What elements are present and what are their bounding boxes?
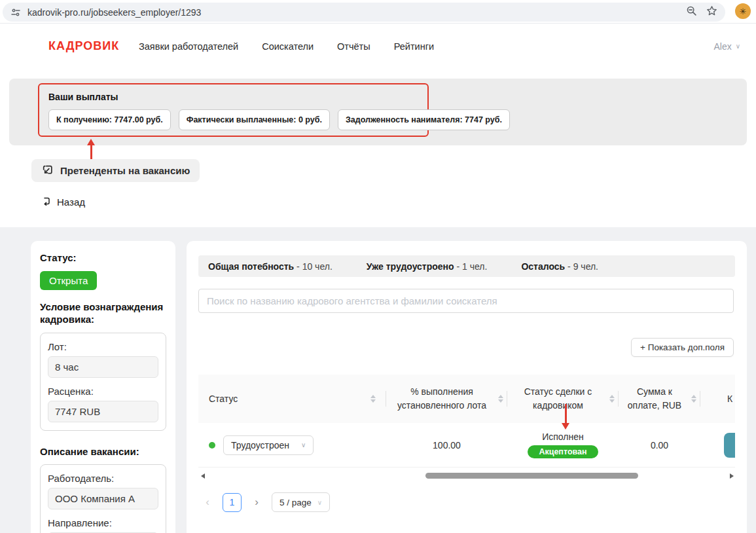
search-input[interactable] <box>198 289 734 313</box>
show-extra-fields-button[interactable]: + Показать доп.поля <box>631 338 734 357</box>
payments-highlight-box: Ваши выплаты К получению: 7747.00 руб. Ф… <box>38 83 429 137</box>
scroll-right-icon[interactable] <box>730 473 734 479</box>
status-select-value: Трудоустроен <box>231 440 289 450</box>
cell-amount: 0.00 <box>619 423 700 467</box>
nav-item-jobseekers[interactable]: Соискатели <box>262 41 314 52</box>
stat-total-need-label: Общая потебность <box>208 261 294 272</box>
column-header-lot-percent[interactable]: % выполнения установленного лота <box>386 375 507 423</box>
rate-input[interactable]: 7747 RUB <box>48 401 158 422</box>
page-size-value: 5 / page <box>279 498 312 507</box>
zoom-out-icon[interactable] <box>686 5 697 19</box>
applicants-table: Статус % выполнения установленного лота … <box>198 375 735 468</box>
status-badge: Открыта <box>40 271 97 290</box>
reward-heading: Условие вознаграждения кадровика: <box>40 301 166 326</box>
stats-bar: Общая потебность - 10 чел. Уже трудоустр… <box>198 255 735 277</box>
stat-remaining: Осталось - 9 чел. <box>521 261 598 272</box>
browser-profile-avatar[interactable]: ✳ <box>735 3 751 19</box>
deal-status-text: Исполнен <box>542 432 584 442</box>
vacancy-heading: Описание вакансии: <box>40 445 166 458</box>
stat-remaining-value: - 9 чел. <box>565 261 598 272</box>
app-screen: kadrovik-pro.ru/jobseekers_employer/1293… <box>0 0 756 533</box>
column-header-amount[interactable]: Сумма к оплате, RUB <box>619 375 700 423</box>
stat-already-employed-value: - 1 чел. <box>454 261 488 272</box>
clipped-action-button[interactable] <box>724 433 735 458</box>
sort-icon[interactable] <box>370 395 376 403</box>
scroll-left-icon[interactable] <box>201 473 205 479</box>
stat-already-employed: Уже трудоустроено - 1 чел. <box>367 261 488 272</box>
column-header-lot-percent-label: % выполнения установленного лота <box>390 385 494 413</box>
direction-label: Направление: <box>48 517 158 528</box>
pagination: ‹ 1 › 5 / page ∨ <box>198 492 747 512</box>
status-dot-icon <box>209 442 215 449</box>
status-select[interactable]: Трудоустроен ∨ <box>223 435 314 455</box>
cell-percent: 100.00 <box>386 423 507 467</box>
nav-item-employer-requests[interactable]: Заявки работодателей <box>139 41 238 52</box>
stat-already-employed-label: Уже трудоустроено <box>367 261 454 272</box>
sort-icon[interactable] <box>498 395 503 403</box>
cell-clipped-action <box>700 423 735 467</box>
employer-debt-button[interactable]: Задолженность нанимателя: 7747 руб. <box>338 109 510 130</box>
browser-toolbar: kadrovik-pro.ru/jobseekers_employer/1293… <box>0 0 756 24</box>
rate-label: Расценка: <box>48 386 158 397</box>
url-text[interactable]: kadrovik-pro.ru/jobseekers_employer/1293 <box>27 7 686 18</box>
stat-total-need: Общая потебность - 10 чел. <box>208 261 333 272</box>
column-header-deal-status-label: Статус сделки с кадровиком <box>511 385 605 413</box>
cell-status: Трудоустроен ∨ <box>198 423 386 467</box>
pagination-prev-button[interactable]: ‹ <box>198 493 217 511</box>
column-header-clipped[interactable]: К <box>700 375 735 423</box>
pagination-next-button[interactable]: › <box>247 493 266 511</box>
deal-badge: Акцептован <box>528 445 598 458</box>
page-size-select[interactable]: 5 / page ∨ <box>272 492 330 512</box>
user-menu[interactable]: Alex ∨ <box>713 41 740 52</box>
to-receive-button[interactable]: К получению: 7747.00 руб. <box>48 109 171 130</box>
main-nav: Заявки работодателей Соискатели Отчёты Р… <box>139 41 434 52</box>
sort-icon[interactable] <box>691 395 696 403</box>
annotation-arrow-down <box>562 404 570 430</box>
nav-item-reports[interactable]: Отчёты <box>337 41 370 52</box>
reward-fields-box: Лот: 8 час Расценка: 7747 RUB <box>40 333 166 431</box>
pagination-page-1[interactable]: 1 <box>223 493 242 512</box>
select-window-icon <box>41 164 54 178</box>
back-return-icon <box>41 196 51 208</box>
chevron-down-icon: ∨ <box>736 43 740 50</box>
user-name: Alex <box>713 41 731 52</box>
applicants-button-label: Претенденты на вакансию <box>60 165 190 176</box>
payments-band: Ваши выплаты К получению: 7747.00 руб. Ф… <box>9 79 747 145</box>
stat-remaining-label: Осталось <box>521 261 565 272</box>
cell-deal-status: Исполнен Акцептован <box>507 423 619 467</box>
column-header-amount-label: Сумма к оплате, RUB <box>622 385 687 413</box>
chevron-down-icon: ∨ <box>301 441 306 449</box>
address-bar[interactable]: kadrovik-pro.ru/jobseekers_employer/1293 <box>3 3 725 22</box>
vacancy-sidebar: Статус: Открыта Условие вознаграждения к… <box>31 241 175 533</box>
column-header-clipped-label: К <box>727 392 732 406</box>
site-settings-icon[interactable] <box>10 7 21 18</box>
lot-label: Лот: <box>48 341 158 352</box>
site-header: КАДРОВИК Заявки работодателей Соискатели… <box>0 24 756 69</box>
bookmark-star-icon[interactable] <box>706 5 717 19</box>
back-button-label: Назад <box>57 196 85 208</box>
stat-total-need-value: - 10 чел. <box>294 261 333 272</box>
back-button[interactable]: Назад <box>41 196 85 208</box>
column-header-status[interactable]: Статус <box>198 375 386 423</box>
status-label: Статус: <box>40 251 166 265</box>
payments-title: Ваши выплаты <box>48 92 418 102</box>
employer-input[interactable]: ООО Компания А <box>48 488 158 509</box>
column-header-status-label: Статус <box>209 392 238 406</box>
vacancy-fields-box: Работодатель: ООО Компания А Направление… <box>40 464 166 533</box>
sort-icon[interactable] <box>609 395 615 403</box>
nav-item-ratings[interactable]: Рейтинги <box>394 41 434 52</box>
table-row: Трудоустроен ∨ 100.00 Исполнен Акцептова… <box>198 423 735 468</box>
chevron-down-icon: ∨ <box>317 499 322 506</box>
logo[interactable]: КАДРОВИК <box>48 39 119 53</box>
employer-label: Работодатель: <box>48 473 158 484</box>
horizontal-scrollbar[interactable] <box>198 471 735 481</box>
actually-paid-button[interactable]: Фактически выплаченные: 0 руб. <box>179 109 330 130</box>
applicants-panel: Общая потебность - 10 чел. Уже трудоустр… <box>187 241 747 533</box>
annotation-arrow-up <box>87 139 96 160</box>
scrollbar-thumb[interactable] <box>425 473 638 479</box>
lot-input[interactable]: 8 час <box>48 356 158 378</box>
applicants-button[interactable]: Претенденты на вакансию <box>31 159 200 182</box>
table-header-row: Статус % выполнения установленного лота … <box>198 375 735 423</box>
